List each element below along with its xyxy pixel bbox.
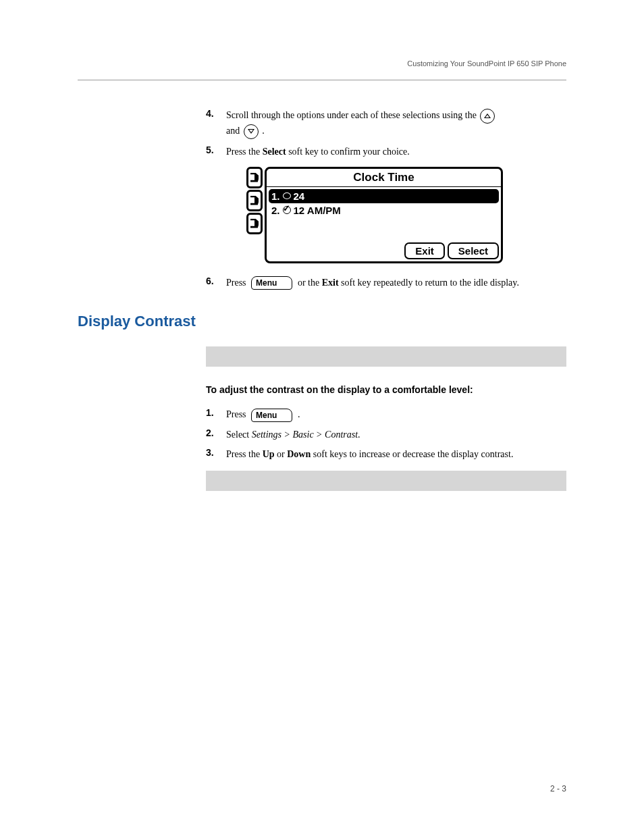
lcd-title: Clock Time [267,169,501,187]
text-fragment: and [226,126,242,136]
text-italic: Settings > Basic > Contrast [252,429,358,440]
lcd-screenshot: Clock Time 1. 24 2. 12 AM/PM Exit Sele [246,167,566,263]
lcd-sidebar [246,167,263,263]
text-fragment: . [358,429,360,440]
text-fragment: Press the [226,449,263,459]
text-fragment: soft keys to increase or decrease the di… [311,449,513,459]
note-bar [206,346,566,367]
step-number: 2. [206,427,226,438]
text-fragment: Press [226,409,248,419]
menu-key-icon: Menu [251,276,292,290]
phone-icon [250,196,259,205]
step-number: 4. [206,108,226,119]
step-6: 6. Press Menu or the Exit soft key repea… [206,276,566,290]
option-label: 12 AM/PM [294,205,341,216]
text-fragment: . [262,126,265,136]
radio-unchecked-icon [283,192,291,199]
note-bar [206,471,566,491]
lcd-option: 2. 12 AM/PM [269,203,499,217]
up-arrow-icon [480,109,495,124]
step-number: 1. [206,407,226,418]
step-text: Press the Up or Down soft keys to increa… [226,447,566,461]
lcd-option-selected: 1. 24 [269,189,499,203]
step-5: 5. Press the Select soft key to confirm … [206,145,566,159]
sidebar-slot [246,190,263,211]
page-number: 2 - 3 [550,784,566,793]
radio-checked-icon [283,206,291,214]
step-number: 6. [206,276,226,286]
step-1: 1. Press Menu . [206,407,566,422]
menu-key-icon: Menu [251,409,292,422]
section-heading: Display Contrast [78,313,566,330]
lcd-body: 1. 24 2. 12 AM/PM Exit Select [267,187,501,261]
text-fragment: soft key repeatedly to return to the idl… [339,278,519,288]
text-fragment: or [275,449,288,459]
text-fragment: Press [226,278,248,288]
phone-icon [250,173,259,182]
text-fragment: soft key to confirm your choice. [286,147,410,157]
text-fragment: Select [226,429,252,440]
page-content: 4. Scroll through the options under each… [78,108,566,509]
text-bold: Select [263,147,286,157]
phone-icon [250,219,259,228]
step-text: Press Menu . [226,407,566,422]
step-number: 5. [206,145,226,155]
step-text: Press the Select soft key to confirm you… [226,145,566,159]
lcd-screen: Clock Time 1. 24 2. 12 AM/PM Exit Sele [265,167,503,263]
text-fragment: . [295,409,300,419]
text-fragment: Press the [226,147,263,157]
header-rule [78,80,566,80]
softkey-exit: Exit [404,242,445,259]
step-text: Scroll through the options under each of… [226,108,566,139]
option-number: 1. [271,190,280,202]
step-text: Select Settings > Basic > Contrast. [226,427,566,442]
down-arrow-icon [244,124,259,139]
lcd-softkeys: Exit Select [404,242,499,259]
text-bold: Up [263,449,275,459]
option-label: 24 [294,190,305,202]
text-bold: Down [287,449,311,459]
procedure-heading: To adjust the contrast on the display to… [206,384,566,395]
step-text: Press Menu or the Exit soft key repeated… [226,276,566,290]
step-number: 3. [206,447,226,458]
text-bold: Exit [322,278,339,288]
step-3: 3. Press the Up or Down soft keys to inc… [206,447,566,461]
option-number: 2. [271,205,280,216]
softkey-select: Select [448,242,499,259]
sidebar-slot [246,167,263,188]
step-2: 2. Select Settings > Basic > Contrast. [206,427,566,442]
text-fragment: or the [295,278,321,288]
running-header: Customizing Your SoundPoint IP 650 SIP P… [407,59,566,68]
sidebar-slot [246,213,263,234]
text-fragment: Scroll through the options under each of… [226,110,479,120]
step-4: 4. Scroll through the options under each… [206,108,566,139]
